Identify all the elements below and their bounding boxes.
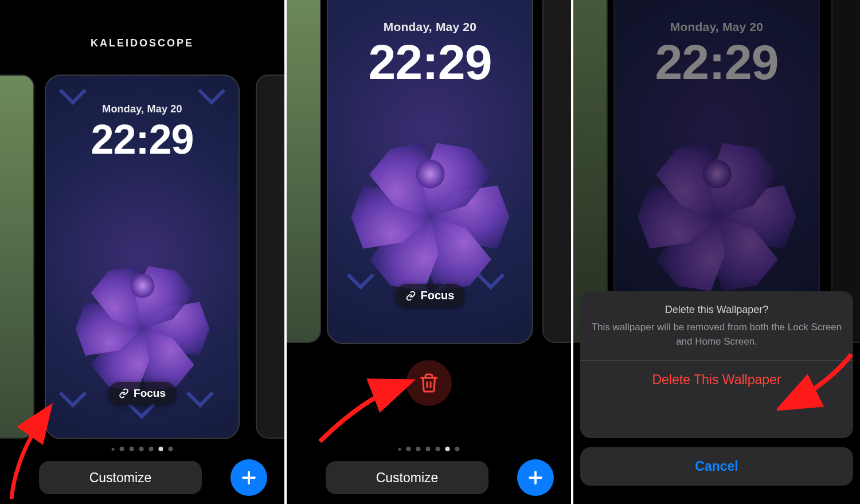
link-icon xyxy=(406,291,416,301)
panel-swipe-up: Monday, May 20 22:29 Focus Custo xyxy=(287,0,573,504)
sheet-subtitle: This wallpaper will be removed from both… xyxy=(591,321,843,349)
add-wallpaper-button[interactable] xyxy=(517,459,554,496)
page-dots[interactable] xyxy=(398,447,460,451)
focus-pill[interactable]: Focus xyxy=(108,382,176,405)
action-sheet: Delete this Wallpaper? This wallpaper wi… xyxy=(580,291,853,438)
focus-label: Focus xyxy=(421,289,455,302)
lock-date: Monday, May 20 xyxy=(328,20,532,34)
next-wallpaper-peek[interactable] xyxy=(542,0,573,343)
page-dots[interactable] xyxy=(112,447,173,451)
panel-confirm-delete: Monday, May 20 22:29 Delete this Wallpap… xyxy=(573,0,860,504)
delete-wallpaper-button[interactable] xyxy=(406,360,452,406)
prev-wallpaper-peek[interactable] xyxy=(287,0,321,343)
add-wallpaper-button[interactable] xyxy=(230,459,267,496)
prev-wallpaper-peek[interactable] xyxy=(0,75,34,439)
lock-clock: 22:29 xyxy=(46,116,239,163)
next-wallpaper-peek[interactable] xyxy=(256,75,287,439)
lock-clock: 22:29 xyxy=(328,34,532,91)
sheet-title: Delete this Wallpaper? xyxy=(591,304,843,316)
customize-button[interactable]: Customize xyxy=(39,461,202,494)
trash-icon xyxy=(419,373,439,393)
wallpaper-card[interactable]: Monday, May 20 22:29 Focus xyxy=(45,75,240,439)
plus-icon xyxy=(527,469,544,486)
delete-confirm-button[interactable]: Delete This Wallpaper xyxy=(580,361,853,399)
wallpaper-card[interactable]: Monday, May 20 22:29 Focus xyxy=(327,0,533,344)
sheet-separator xyxy=(580,360,853,361)
link-icon xyxy=(119,388,129,398)
panel-gallery: KALEIDOSCOPE xyxy=(0,0,287,504)
customize-button[interactable]: Customize xyxy=(326,461,488,494)
focus-label: Focus xyxy=(134,387,166,400)
cancel-button[interactable]: Cancel xyxy=(580,447,853,486)
lock-date: Monday, May 20 xyxy=(46,103,239,115)
focus-pill[interactable]: Focus xyxy=(396,284,465,307)
plus-icon xyxy=(240,469,257,486)
wallpaper-category-title: KALEIDOSCOPE xyxy=(0,37,284,49)
annotation-arrow xyxy=(314,367,417,447)
sheet-header: Delete this Wallpaper? This wallpaper wi… xyxy=(580,291,853,360)
